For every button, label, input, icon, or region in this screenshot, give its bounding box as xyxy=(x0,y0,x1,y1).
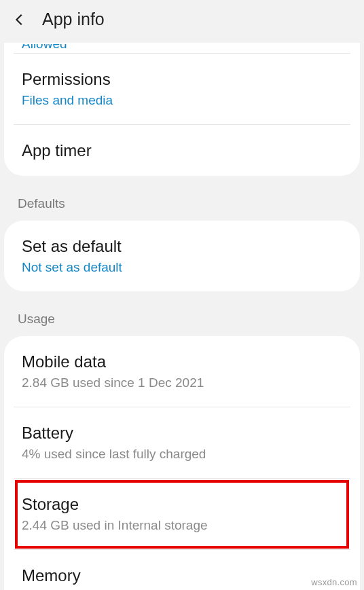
row-clipped[interactable]: Allowed xyxy=(14,44,350,54)
row-storage[interactable]: Storage 2.44 GB used in Internal storage xyxy=(14,479,350,550)
storage-sub: 2.44 GB used in Internal storage xyxy=(22,517,342,534)
set-default-sub: Not set as default xyxy=(22,259,342,276)
battery-title: Battery xyxy=(22,422,342,443)
permissions-sub: Files and media xyxy=(22,92,342,109)
card-general: Allowed Permissions Files and media App … xyxy=(4,43,360,176)
row-permissions[interactable]: Permissions Files and media xyxy=(14,54,350,125)
app-timer-title: App timer xyxy=(22,140,342,161)
clipped-value: Allowed xyxy=(22,44,67,52)
section-defaults-label: Defaults xyxy=(0,181,364,218)
battery-sub: 4% used since last fully charged xyxy=(22,446,342,463)
mobile-data-sub: 2.84 GB used since 1 Dec 2021 xyxy=(22,375,342,392)
card-defaults: Set as default Not set as default xyxy=(4,221,360,291)
watermark: wsxdn.com xyxy=(311,577,357,587)
card-usage: Mobile data 2.84 GB used since 1 Dec 202… xyxy=(4,336,360,590)
memory-title: Memory xyxy=(22,565,342,586)
row-memory[interactable]: Memory 15 MB used on average in last 3 h… xyxy=(14,550,350,590)
set-default-title: Set as default xyxy=(22,236,342,257)
mobile-data-title: Mobile data xyxy=(22,351,342,372)
storage-title: Storage xyxy=(22,494,342,515)
row-battery[interactable]: Battery 4% used since last fully charged xyxy=(14,407,350,479)
row-set-default[interactable]: Set as default Not set as default xyxy=(14,221,350,291)
permissions-title: Permissions xyxy=(22,69,342,90)
page-title: App info xyxy=(42,10,105,29)
row-mobile-data[interactable]: Mobile data 2.84 GB used since 1 Dec 202… xyxy=(14,336,350,407)
back-icon[interactable] xyxy=(12,12,27,27)
app-header: App info xyxy=(0,0,364,35)
row-app-timer[interactable]: App timer xyxy=(14,125,350,176)
section-usage-label: Usage xyxy=(0,297,364,333)
